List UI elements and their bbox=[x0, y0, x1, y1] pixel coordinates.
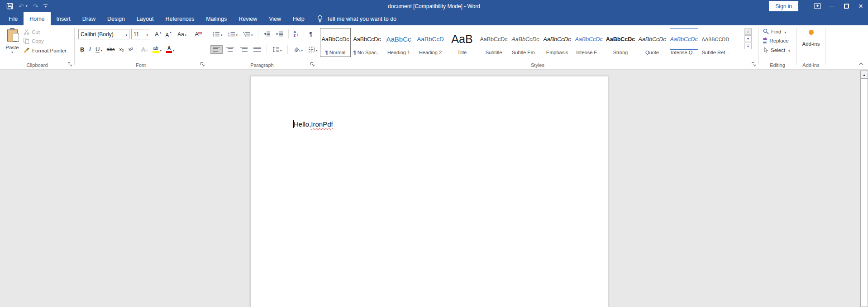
style-quote[interactable]: AaBbCcDc Quote bbox=[637, 28, 668, 57]
align-center-button[interactable] bbox=[224, 46, 236, 53]
sort-button[interactable]: AZ ↓ bbox=[292, 29, 301, 38]
tab-insert[interactable]: Insert bbox=[51, 12, 76, 25]
text-effects-button[interactable]: A bbox=[139, 44, 149, 54]
gallery-more-icon[interactable]: ▼ bbox=[744, 43, 752, 49]
scrollbar-thumb[interactable] bbox=[860, 79, 868, 307]
tab-review[interactable]: Review bbox=[233, 12, 263, 25]
show-hide-paragraph-button[interactable]: ¶ bbox=[307, 30, 314, 38]
align-right-button[interactable] bbox=[238, 46, 249, 53]
tab-home[interactable]: Home bbox=[24, 12, 50, 25]
redo-icon[interactable]: ↷ bbox=[33, 3, 38, 9]
format-painter-button[interactable]: Format Painter bbox=[24, 47, 67, 53]
style-subtle-emphasis[interactable]: AaBbCcDc Subtle Em... bbox=[510, 28, 541, 57]
document-area: Hello, IronPdf ▲ bbox=[0, 70, 868, 307]
tell-me-box[interactable]: Tell me what you want to do bbox=[317, 12, 396, 25]
close-button[interactable]: × bbox=[854, 0, 868, 12]
paste-label: Paste bbox=[5, 45, 19, 50]
justify-button[interactable] bbox=[252, 46, 263, 53]
sign-in-button[interactable]: Sign in bbox=[769, 1, 798, 11]
document-page[interactable]: Hello, IronPdf bbox=[250, 76, 608, 307]
style-emphasis[interactable]: AaBbCcDc Emphasis bbox=[542, 28, 572, 57]
shrink-font-icon: A bbox=[166, 32, 169, 38]
multilevel-list-button[interactable] bbox=[241, 29, 255, 39]
style-strong[interactable]: AaBbCcDc Strong bbox=[605, 28, 636, 57]
style-intense-quote[interactable]: AaBbCcDc Intense Q... bbox=[668, 28, 699, 57]
clipboard-dialog-launcher-icon[interactable] bbox=[67, 62, 73, 67]
italic-button[interactable]: I bbox=[87, 45, 93, 54]
style-normal[interactable]: AaBbCcDc ¶ Normal bbox=[320, 28, 351, 57]
tab-design[interactable]: Design bbox=[101, 12, 131, 25]
clear-formatting-button[interactable]: A bbox=[193, 30, 204, 38]
style-no-spacing[interactable]: AaBbCcDc ¶ No Spac... bbox=[352, 28, 382, 57]
increase-indent-button[interactable] bbox=[274, 30, 285, 38]
tab-view[interactable]: View bbox=[263, 12, 287, 25]
editing-group-label: Editing bbox=[758, 62, 796, 68]
line-spacing-icon bbox=[272, 47, 279, 52]
sort-icon: AZ bbox=[294, 30, 296, 38]
style-heading-1[interactable]: AaBbCc Heading 1 bbox=[383, 28, 414, 57]
font-dialog-launcher-icon[interactable] bbox=[200, 62, 205, 67]
undo-dropdown-icon[interactable]: ▾ bbox=[26, 4, 28, 8]
collapse-ribbon-icon[interactable] bbox=[859, 62, 863, 66]
bullets-button[interactable] bbox=[211, 29, 224, 39]
subscript-button[interactable]: x₂ bbox=[118, 46, 126, 53]
font-size-combo[interactable]: 11 bbox=[131, 29, 150, 39]
cut-button[interactable]: Cut bbox=[24, 29, 67, 35]
ribbon-display-options-icon[interactable] bbox=[810, 0, 825, 12]
minimize-button[interactable] bbox=[825, 0, 839, 12]
font-color-button[interactable]: A bbox=[164, 44, 176, 54]
gallery-scroll-down-icon[interactable]: ▼ bbox=[744, 35, 752, 42]
tab-draw[interactable]: Draw bbox=[76, 12, 101, 25]
select-button[interactable]: Select bbox=[763, 47, 790, 53]
numbering-button[interactable]: 123 bbox=[226, 29, 240, 39]
style-subtle-reference[interactable]: AABBCCDD Subtle Ref... bbox=[700, 28, 731, 57]
find-button[interactable]: Find bbox=[763, 28, 790, 34]
ribbon: Paste ▾ Cut Copy Forma bbox=[0, 25, 868, 70]
tab-layout[interactable]: Layout bbox=[131, 12, 160, 25]
strikethrough-button[interactable]: abc bbox=[105, 46, 117, 53]
style-intense-emphasis[interactable]: AaBbCcDc Intense E... bbox=[573, 28, 604, 57]
restore-button[interactable] bbox=[839, 0, 854, 12]
find-icon bbox=[763, 28, 769, 34]
line-spacing-button[interactable] bbox=[271, 44, 284, 54]
bold-button[interactable]: B bbox=[78, 45, 86, 54]
decrease-indent-icon bbox=[263, 31, 271, 37]
scroll-up-icon[interactable]: ▲ bbox=[860, 71, 868, 79]
change-case-button[interactable]: Aa bbox=[176, 30, 188, 38]
gallery-scroll-up-icon[interactable]: ▲ bbox=[744, 28, 752, 35]
title-bar: ↶ ▾ ↷ ▾ document [Compatibility Mode] - … bbox=[0, 0, 868, 12]
addins-button[interactable]: Add-ins bbox=[797, 30, 825, 47]
decrease-indent-button[interactable] bbox=[262, 30, 272, 38]
align-left-button[interactable] bbox=[211, 46, 222, 53]
save-icon[interactable] bbox=[6, 3, 13, 9]
shrink-font-button[interactable]: A▼ bbox=[164, 30, 174, 38]
vertical-scrollbar[interactable]: ▲ bbox=[860, 71, 868, 307]
style-title[interactable]: AaB Title bbox=[447, 28, 477, 57]
style-heading-2[interactable]: AaBbCcD Heading 2 bbox=[415, 28, 446, 57]
customize-qat-icon[interactable]: ▾ bbox=[43, 5, 48, 8]
replace-label: Replace bbox=[769, 38, 788, 43]
grow-font-button[interactable]: A▲ bbox=[153, 30, 164, 38]
superscript-button[interactable]: x² bbox=[127, 46, 135, 53]
style-subtitle[interactable]: AaBbCcDc Subtitle bbox=[478, 28, 509, 57]
font-family-combo[interactable]: Calibri (Body) bbox=[78, 29, 129, 39]
highlight-button[interactable]: ab bbox=[151, 44, 164, 54]
justify-icon bbox=[253, 47, 261, 52]
shading-button[interactable] bbox=[291, 44, 305, 54]
styles-dialog-launcher-icon[interactable] bbox=[751, 62, 757, 67]
underline-icon: U bbox=[95, 46, 100, 53]
multilevel-list-icon bbox=[243, 31, 250, 37]
undo-icon[interactable]: ↶ bbox=[19, 3, 24, 9]
paste-button[interactable]: Paste ▾ bbox=[3, 28, 22, 62]
cut-icon bbox=[24, 29, 29, 35]
styles-group: AaBbCcDc ¶ Normal AaBbCcDc ¶ No Spac... … bbox=[317, 25, 758, 69]
underline-button[interactable]: U bbox=[94, 44, 104, 54]
font-group-label: Font bbox=[75, 62, 207, 68]
copy-button[interactable]: Copy bbox=[24, 38, 67, 44]
tab-references[interactable]: References bbox=[159, 12, 200, 25]
tab-file[interactable]: File bbox=[3, 12, 24, 25]
tab-mailings[interactable]: Mailings bbox=[200, 12, 233, 25]
tab-help[interactable]: Help bbox=[287, 12, 310, 25]
replace-button[interactable]: ab ac Replace bbox=[763, 37, 790, 44]
paragraph-dialog-launcher-icon[interactable] bbox=[310, 62, 315, 67]
